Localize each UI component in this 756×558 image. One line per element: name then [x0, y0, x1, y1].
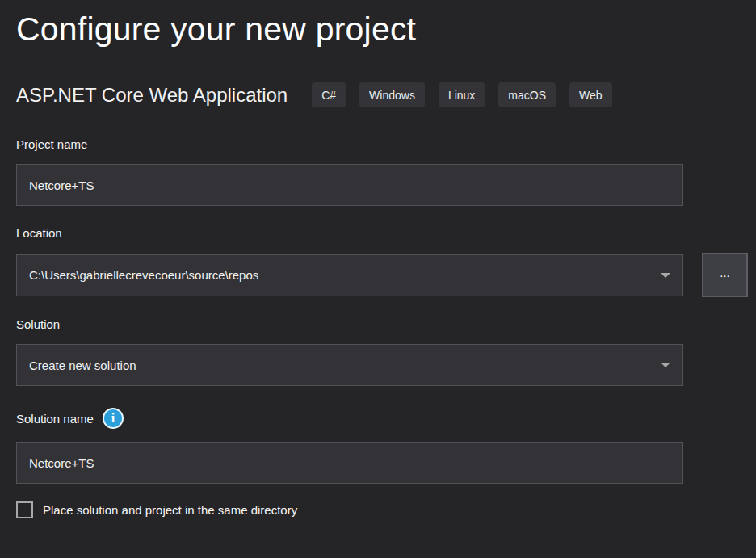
location-label: Location: [16, 226, 756, 240]
template-header: ASP.NET Core Web Application C# Windows …: [16, 82, 756, 107]
template-name: ASP.NET Core Web Application: [16, 84, 288, 107]
solution-name-input[interactable]: [16, 442, 683, 484]
same-directory-label[interactable]: Place solution and project in the same d…: [43, 503, 297, 517]
same-directory-row[interactable]: Place solution and project in the same d…: [16, 501, 756, 518]
project-name-label: Project name: [16, 137, 756, 151]
tag-csharp: C#: [312, 82, 346, 107]
chevron-down-icon: [661, 273, 670, 278]
location-row: C:\Users\gabriellecrevecoeur\source\repo…: [16, 253, 756, 297]
solution-row: Create new solution: [16, 344, 756, 386]
browse-button[interactable]: ...: [702, 253, 748, 297]
same-directory-checkbox[interactable]: [16, 501, 33, 518]
solution-name-header: Solution name i: [16, 408, 756, 429]
location-combobox[interactable]: C:\Users\gabriellecrevecoeur\source\repo…: [16, 254, 683, 296]
tag-windows: Windows: [359, 82, 425, 107]
page-title: Configure your new project: [16, 0, 756, 50]
chevron-down-icon: [661, 363, 670, 367]
project-name-input[interactable]: [16, 164, 683, 206]
info-icon[interactable]: i: [103, 408, 124, 429]
solution-combobox[interactable]: Create new solution: [16, 344, 683, 386]
location-value: C:\Users\gabriellecrevecoeur\source\repo…: [29, 268, 258, 282]
solution-name-label: Solution name: [16, 412, 94, 426]
tag-macos: macOS: [498, 82, 556, 107]
solution-label: Solution: [16, 317, 756, 331]
configure-project-dialog: Configure your new project ASP.NET Core …: [0, 0, 756, 518]
tag-linux: Linux: [439, 82, 485, 107]
tag-web: Web: [569, 82, 612, 107]
solution-value: Create new solution: [29, 359, 136, 372]
